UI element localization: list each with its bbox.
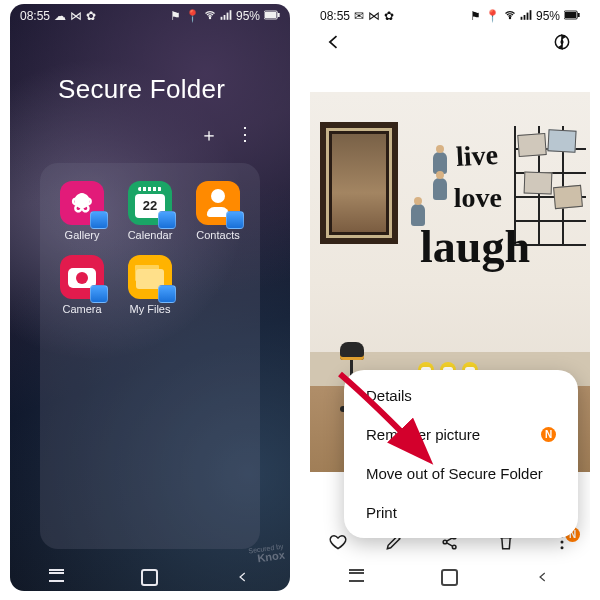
nav-back-button[interactable] <box>234 568 252 586</box>
new-badge-icon: N <box>541 427 556 442</box>
app-label: Contacts <box>196 229 239 241</box>
svg-rect-15 <box>578 13 580 17</box>
camera-icon <box>60 255 104 299</box>
remaster-button[interactable] <box>552 32 572 52</box>
app-my-files[interactable]: My Files <box>116 255 184 315</box>
svg-rect-14 <box>565 12 576 18</box>
bowtie-icon: ⋈ <box>368 9 380 23</box>
svg-rect-12 <box>530 10 532 20</box>
svg-point-23 <box>561 546 564 549</box>
nav-home-button[interactable] <box>141 568 159 586</box>
app-contacts[interactable]: Contacts <box>184 181 252 241</box>
flag-icon: ⚑ <box>170 9 181 23</box>
battery-icon <box>264 9 280 23</box>
gallery-photo-screen: 08:55 ✉ ⋈ ✿ ⚑ 📍 95% <box>310 4 590 591</box>
wifi-icon <box>204 9 216 24</box>
android-nav-bar <box>10 563 290 591</box>
nav-recent-button[interactable] <box>348 568 366 586</box>
svg-rect-6 <box>265 12 276 18</box>
svg-rect-4 <box>230 10 232 20</box>
photo-text-love: love <box>454 182 502 214</box>
calendar-icon <box>128 181 172 225</box>
photo-wall-frame <box>320 122 398 244</box>
svg-rect-11 <box>527 12 529 19</box>
nav-back-button[interactable] <box>534 568 552 586</box>
android-nav-bar <box>310 563 590 591</box>
back-button[interactable] <box>324 32 344 52</box>
svg-rect-10 <box>524 15 526 20</box>
cloud-icon: ☁ <box>54 9 66 23</box>
signal-icon <box>520 9 532 24</box>
signal-icon <box>220 9 232 24</box>
svg-point-0 <box>209 17 210 18</box>
menu-label: Print <box>366 504 397 521</box>
menu-print[interactable]: Print <box>344 493 578 532</box>
knox-watermark: Secured by Knox <box>247 543 285 566</box>
status-bar: 08:55 ✉ ⋈ ✿ ⚑ 📍 95% <box>310 4 590 26</box>
svg-rect-2 <box>224 15 226 20</box>
files-icon <box>128 255 172 299</box>
battery-pct: 95% <box>536 9 560 23</box>
svg-rect-1 <box>221 16 223 19</box>
contacts-icon <box>196 181 240 225</box>
secure-folder-screen: 08:55 ☁ ⋈ ✿ ⚑ 📍 95% Secure Folder <box>10 4 290 591</box>
app-label: My Files <box>130 303 171 315</box>
app-calendar[interactable]: Calendar <box>116 181 184 241</box>
svg-rect-7 <box>278 13 280 17</box>
status-time: 08:55 <box>20 9 50 23</box>
nav-recent-button[interactable] <box>48 568 66 586</box>
svg-rect-3 <box>227 12 229 19</box>
add-button[interactable]: ＋ <box>200 123 218 147</box>
app-camera[interactable]: Camera <box>48 255 116 315</box>
app-label: Camera <box>62 303 101 315</box>
flag-icon: ⚑ <box>470 9 481 23</box>
svg-point-8 <box>509 17 510 18</box>
battery-pct: 95% <box>236 9 260 23</box>
app-label: Gallery <box>65 229 100 241</box>
svg-point-20 <box>452 545 456 549</box>
status-bar: 08:55 ☁ ⋈ ✿ ⚑ 📍 95% <box>10 4 290 26</box>
svg-marker-17 <box>561 40 563 45</box>
svg-point-22 <box>561 541 564 544</box>
photo-text-live: live <box>455 139 499 173</box>
wifi-icon <box>504 9 516 24</box>
app-gallery[interactable]: Gallery <box>48 181 116 241</box>
gallery-icon <box>60 181 104 225</box>
apps-tray: Gallery Calendar Contacts Camera My File… <box>40 163 260 549</box>
location-icon: 📍 <box>185 9 200 23</box>
location-icon: 📍 <box>485 9 500 23</box>
photo-text-laugh: laugh <box>420 220 530 273</box>
more-options-button[interactable]: ⋮ <box>236 123 254 147</box>
gear-icon: ✿ <box>384 9 394 23</box>
annotation-arrow <box>330 364 460 488</box>
nav-home-button[interactable] <box>441 568 459 586</box>
app-label: Calendar <box>128 229 173 241</box>
favorite-button[interactable] <box>327 531 349 553</box>
message-icon: ✉ <box>354 9 364 23</box>
svg-rect-9 <box>521 16 523 19</box>
status-time: 08:55 <box>320 9 350 23</box>
battery-icon <box>564 9 580 23</box>
page-title: Secure Folder <box>10 26 290 105</box>
gear-icon: ✿ <box>86 9 96 23</box>
svg-point-18 <box>443 540 447 544</box>
app-indicator-icon: ⋈ <box>70 9 82 23</box>
